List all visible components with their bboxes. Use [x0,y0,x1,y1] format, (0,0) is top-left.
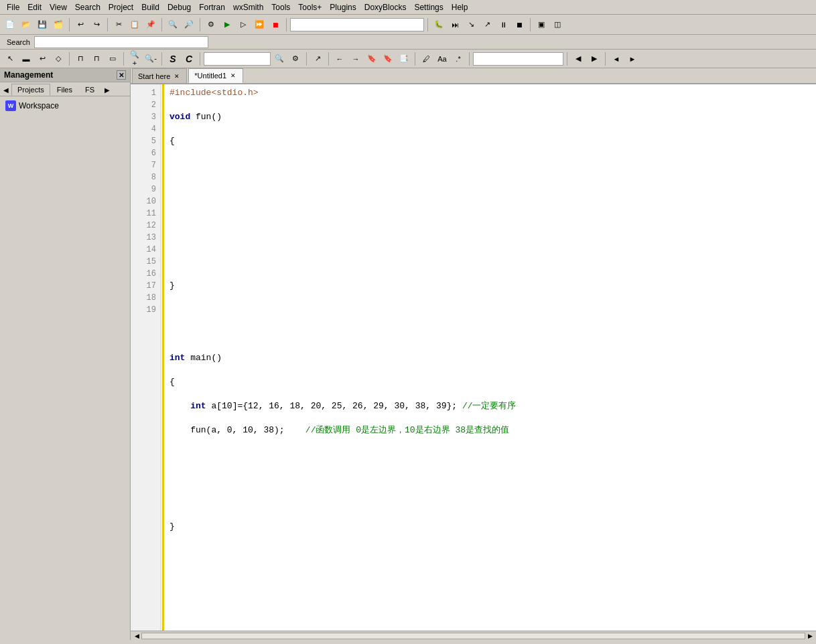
code-content[interactable]: #include<stdio.h> void fun() { } int mai… [164,84,816,631]
code-line-17 [169,473,811,485]
next-result-btn[interactable]: ▶ [587,52,602,66]
target-dropdown[interactable] [290,18,424,31]
settings-btn[interactable]: ⚙ [204,17,218,32]
class-dropdown[interactable] [204,52,271,66]
scroll-right-btn[interactable]: ▶ [805,632,815,640]
scroll-left-btn[interactable]: ◀ [132,632,141,640]
regex-btn[interactable]: .* [451,52,466,66]
s-btn[interactable]: S [165,52,180,66]
step-in-btn[interactable]: ↘ [464,17,478,32]
code-line-13: { [169,376,811,388]
menu-wxsmith[interactable]: wxSmith [229,1,267,13]
del-bookmark-btn[interactable]: 🔖 [381,52,395,66]
new-file-btn[interactable]: 📄 [3,17,17,32]
io-btn[interactable]: ⊓ [89,52,104,66]
menu-search[interactable]: Search [71,1,105,13]
tab-untitled1[interactable]: *Untitled1 ✕ [188,68,243,83]
stop-btn[interactable]: ⏹ [268,17,283,32]
find-btn[interactable]: 🔍 [165,17,180,32]
sidebar-arrow-left[interactable]: ◀ [1,86,11,94]
sidebar-tab-fs[interactable]: FS [79,84,100,96]
menu-edit[interactable]: Edit [23,1,46,13]
menu-file[interactable]: File [3,1,23,13]
stop-debug-btn[interactable]: ⏹ [512,17,527,32]
add-bookmark-btn[interactable]: 🔖 [364,52,379,66]
redo-btn[interactable]: ↪ [89,17,104,32]
call-btn[interactable]: ▭ [105,52,120,66]
highlight-btn[interactable]: 🖊 [419,52,433,66]
run-check-btn[interactable]: ▷ [236,17,251,32]
rect-btn[interactable]: ▬ [19,52,33,66]
cursor-btn[interactable]: ↖ [3,52,17,66]
zoom-out-btn[interactable]: 🔍- [143,52,158,66]
code-editor[interactable]: 1 2 3 4 5 6 7 8 9 10 11 12 13 14 15 16 1… [131,84,816,631]
toggle-right-btn[interactable]: ► [625,52,640,66]
c-btn[interactable]: C [182,52,196,66]
h-scrollbar[interactable]: ◀ ▶ [131,631,816,640]
run-btn[interactable]: ▶ [220,17,234,32]
scrollbar-track[interactable] [141,633,805,639]
save-all-btn[interactable]: 🗂️ [51,17,66,32]
save-btn[interactable]: 💾 [35,17,50,32]
line-num-16: 16 [131,268,160,280]
next-btn[interactable]: ⏭ [448,17,462,32]
prev-result-btn[interactable]: ◀ [571,52,586,66]
line-num-17: 17 [131,280,160,292]
menu-help[interactable]: Help [448,1,472,13]
menu-view[interactable]: View [46,1,71,13]
menu-debug[interactable]: Debug [163,1,195,13]
class-settings-btn[interactable]: ⚙ [288,52,303,66]
sep11 [200,52,200,66]
code-line-19: } [169,521,811,533]
loop-btn[interactable]: ⊓ [73,52,88,66]
debug-btn[interactable]: 🐛 [431,17,446,32]
tab-untitled1-close[interactable]: ✕ [229,72,237,80]
step-out-btn[interactable]: ↗ [480,17,494,32]
class-search-btn[interactable]: 🔍 [272,52,287,66]
sidebar-tab-files[interactable]: Files [51,84,78,96]
workspace-item[interactable]: W Workspace [3,99,127,112]
menu-doxyblocks[interactable]: DoxyBlocks [360,1,411,13]
paste-btn[interactable]: 📌 [143,17,158,32]
cut-btn[interactable]: ✂ [111,17,126,32]
tab-untitled1-label: *Untitled1 [194,72,226,80]
copy-btn[interactable]: 📋 [127,17,142,32]
menubar: File Edit View Search Project Build Debu… [0,0,816,15]
zoom-in-btn[interactable]: 🔍+ [127,52,142,66]
sidebar: Management ✕ ◀ Projects Files FS ▶ W Wor… [0,68,131,640]
sidebar-close-btn[interactable]: ✕ [117,70,126,80]
code-line-3: { [169,135,811,147]
menu-fortran[interactable]: Fortran [195,1,229,13]
break-btn[interactable]: ⏸ [496,17,511,32]
tab-bar: Start here ✕ *Untitled1 ✕ [131,68,816,84]
bookmarks-btn[interactable]: 📑 [397,52,411,66]
menu-toolsplus[interactable]: Tools+ [294,1,326,13]
search-scope-dropdown[interactable] [473,52,563,66]
menu-settings[interactable]: Settings [410,1,447,13]
toggle-left-btn[interactable]: ◄ [609,52,624,66]
tab-start-here[interactable]: Start here ✕ [132,68,187,83]
replace-btn[interactable]: 🔎 [182,17,196,32]
code-line-9: } [169,280,811,292]
view2-btn[interactable]: ◫ [550,17,565,32]
search-input[interactable] [34,36,208,48]
sidebar-arrow-right[interactable]: ▶ [103,86,112,94]
sidebar-tab-projects[interactable]: Projects [11,84,50,96]
menu-build[interactable]: Build [137,1,163,13]
menu-plugins[interactable]: Plugins [326,1,360,13]
undo-btn[interactable]: ↩ [73,17,88,32]
workspace-icon: W [5,100,16,111]
open-file-btn[interactable]: 📂 [19,17,33,32]
entry-btn[interactable]: ↩ [35,52,50,66]
menu-tools[interactable]: Tools [267,1,294,13]
sep6 [427,18,428,31]
view1-btn[interactable]: ▣ [534,17,549,32]
jump-btn[interactable]: ↗ [310,52,325,66]
cond-btn[interactable]: ◇ [51,52,66,66]
tab-start-here-close[interactable]: ✕ [173,72,181,80]
match-btn[interactable]: Aa [435,52,450,66]
prev-bookmark-btn[interactable]: ← [332,52,347,66]
build-run-btn[interactable]: ⏩ [252,17,267,32]
menu-project[interactable]: Project [105,1,137,13]
next-bookmark-btn[interactable]: → [348,52,363,66]
